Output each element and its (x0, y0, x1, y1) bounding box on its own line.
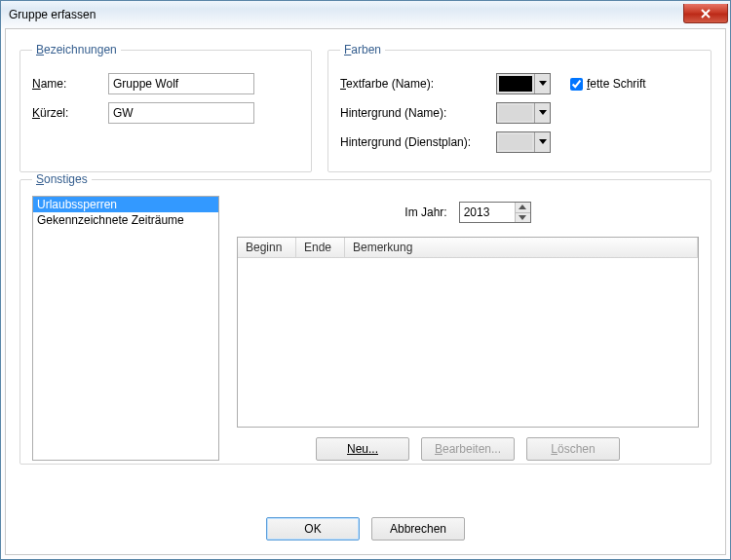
kuerzel-input[interactable] (108, 102, 254, 124)
col-beginn[interactable]: Beginn (238, 238, 296, 257)
col-bemerkung[interactable]: Bemerkung (345, 238, 698, 257)
ok-button[interactable]: OK (266, 517, 360, 541)
list-item[interactable]: Urlaubssperren (33, 197, 218, 212)
col-ende[interactable]: Ende (296, 238, 345, 257)
sonstiges-listbox[interactable]: Urlaubssperren Gekennzeichnete Zeiträume (32, 196, 219, 461)
client-area: Bezeichnungen Name: Kürzel: Farben Textf… (5, 28, 726, 555)
chevron-up-icon (519, 205, 526, 209)
close-icon (700, 9, 712, 19)
title-bar: Gruppe erfassen (1, 1, 730, 28)
year-input[interactable] (460, 203, 515, 222)
spin-up-button[interactable] (516, 203, 530, 212)
dialog-window: Gruppe erfassen Bezeichnungen Name: Kürz… (0, 0, 731, 560)
hgname-swatch (499, 105, 532, 121)
kuerzel-label: Kürzel: (32, 106, 108, 120)
chevron-down-icon (534, 103, 550, 123)
chevron-down-icon (534, 132, 550, 152)
textfarbe-swatch (499, 76, 532, 92)
farben-legend: Farben (340, 43, 385, 56)
fette-schrift-label: fette Schrift (587, 77, 646, 91)
fette-schrift-checkbox[interactable]: fette Schrift (570, 77, 646, 91)
hgdienst-dropdown[interactable] (496, 131, 551, 153)
neu-button[interactable]: Neu... (316, 437, 409, 461)
chevron-down-icon (519, 215, 526, 220)
zeitraum-grid[interactable]: Beginn Ende Bemerkung (237, 237, 699, 428)
list-item[interactable]: Gekennzeichnete Zeiträume (33, 212, 218, 228)
bezeichnungen-legend: Bezeichnungen (32, 43, 121, 56)
sonstiges-legend: Sonstiges (32, 172, 92, 186)
farben-group: Farben Textfarbe (Name): fette Schrift (327, 43, 712, 172)
textfarbe-label: Textfarbe (Name): (340, 77, 496, 91)
name-label: Name: (32, 77, 108, 91)
hgdienst-label: Hintergrund (Dienstplan): (340, 135, 496, 149)
hgdienst-swatch (499, 134, 532, 150)
name-input[interactable] (108, 73, 254, 94)
window-title: Gruppe erfassen (9, 8, 683, 21)
bezeichnungen-group: Bezeichnungen Name: Kürzel: (19, 43, 312, 172)
grid-header: Beginn Ende Bemerkung (238, 238, 698, 258)
bearbeiten-button[interactable]: Bearbeiten... (421, 437, 515, 461)
loeschen-button[interactable]: Löschen (526, 437, 620, 461)
hgname-dropdown[interactable] (496, 102, 551, 124)
imjahr-label: Im Jahr: (404, 205, 446, 219)
textfarbe-dropdown[interactable] (496, 73, 551, 94)
abbrechen-button[interactable]: Abbrechen (371, 517, 465, 541)
spin-down-button[interactable] (516, 212, 530, 223)
close-button[interactable] (683, 4, 728, 23)
sonstiges-group: Sonstiges Urlaubssperren Gekennzeichnete… (19, 172, 712, 465)
year-spinner[interactable] (459, 202, 531, 223)
chevron-down-icon (534, 74, 550, 93)
hgname-label: Hintergrund (Name): (340, 106, 496, 120)
grid-body (238, 258, 698, 427)
